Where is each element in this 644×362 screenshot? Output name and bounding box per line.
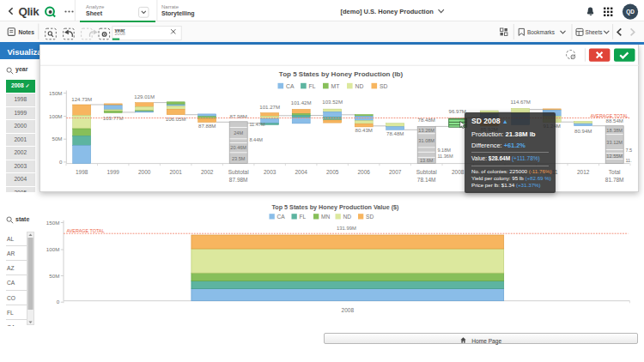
svg-text:2008: 2008 <box>342 307 355 313</box>
svg-text:0: 0 <box>57 299 60 305</box>
svg-text:Top 5 States by Honey Producti: Top 5 States by Honey Production Value (… <box>271 203 399 211</box>
svg-text:MN: MN <box>321 214 330 220</box>
svg-text:100M: 100M <box>46 246 59 252</box>
svg-text:FL: FL <box>300 214 307 220</box>
svg-text:ND: ND <box>343 214 352 220</box>
svg-text:131.99M: 131.99M <box>337 226 356 231</box>
svg-text:CA: CA <box>277 214 286 220</box>
svg-text:50M: 50M <box>49 273 59 279</box>
svg-text:150M: 150M <box>46 220 59 226</box>
svg-text:SD: SD <box>366 214 374 220</box>
svg-text:AVERAGE TOTAL: AVERAGE TOTAL <box>67 228 105 233</box>
